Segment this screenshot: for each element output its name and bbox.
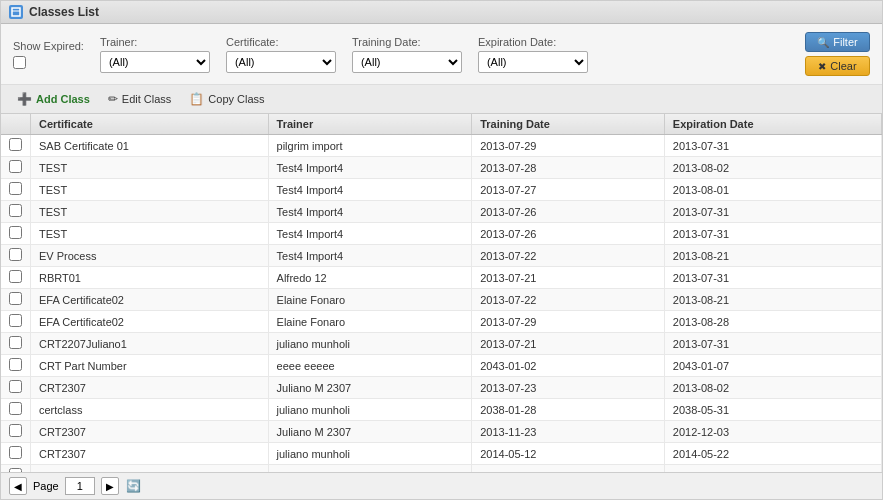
row-checkbox[interactable] — [9, 402, 22, 415]
row-trainer: Test4 Import4 — [268, 157, 472, 179]
row-checkbox[interactable] — [9, 358, 22, 371]
row-trainer: juliano munholi — [268, 443, 472, 465]
row-checkbox[interactable] — [9, 182, 22, 195]
table-row[interactable]: CRT Part Number eeee eeeee 2043-01-02 20… — [1, 355, 882, 377]
row-checkbox-cell — [1, 421, 31, 443]
row-trainer: Alfredo 12 — [268, 267, 472, 289]
clear-button[interactable]: ✖ Clear — [805, 56, 870, 76]
row-trainer: Test4 Import4 — [268, 201, 472, 223]
window-title: Classes List — [29, 5, 99, 19]
row-checkbox[interactable] — [9, 248, 22, 261]
row-trainer: Elaine Fonaro — [268, 289, 472, 311]
row-checkbox[interactable] — [9, 292, 22, 305]
training-date-filter-group: Training Date: (All) — [352, 36, 462, 73]
table-row[interactable]: EV Process Test4 Import4 2013-07-22 2013… — [1, 245, 882, 267]
header-certificate: Certificate — [31, 114, 269, 135]
row-trainer: Test4 Import4 — [268, 179, 472, 201]
table-row[interactable]: CRT Complete 1 Elaine Fonaro 2013-07-25 … — [1, 465, 882, 473]
row-certificate: CRT2207Juliano1 — [31, 333, 269, 355]
trainer-filter-group: Trainer: (All) — [100, 36, 210, 73]
table-row[interactable]: EFA Certificate02 Elaine Fonaro 2013-07-… — [1, 311, 882, 333]
row-expiration-date: 2043-01-07 — [664, 355, 881, 377]
row-checkbox[interactable] — [9, 314, 22, 327]
training-date-select[interactable]: (All) — [352, 51, 462, 73]
show-expired-checkbox-wrap — [13, 56, 26, 69]
table-row[interactable]: CRT2307 juliano munholi 2014-05-12 2014-… — [1, 443, 882, 465]
row-certificate: EFA Certificate02 — [31, 311, 269, 333]
row-training-date: 2013-07-23 — [472, 377, 665, 399]
header-expiration-date: Expiration Date — [664, 114, 881, 135]
table-row[interactable]: SAB Certificate 01 pilgrim import 2013-0… — [1, 135, 882, 157]
row-expiration-date: 2013-08-21 — [664, 245, 881, 267]
expiration-date-select[interactable]: (All) — [478, 51, 588, 73]
add-class-button[interactable]: ➕ Add Class — [9, 89, 98, 109]
row-certificate: CRT2307 — [31, 377, 269, 399]
expiration-date-label: Expiration Date: — [478, 36, 588, 48]
row-expiration-date: 2012-12-03 — [664, 421, 881, 443]
header-trainer: Trainer — [268, 114, 472, 135]
row-checkbox[interactable] — [9, 160, 22, 173]
row-training-date: 2043-01-02 — [472, 355, 665, 377]
row-checkbox[interactable] — [9, 424, 22, 437]
refresh-button[interactable]: 🔄 — [125, 477, 143, 495]
row-checkbox-cell — [1, 245, 31, 267]
table-row[interactable]: EFA Certificate02 Elaine Fonaro 2013-07-… — [1, 289, 882, 311]
next-page-button[interactable]: ▶ — [101, 477, 119, 495]
prev-page-button[interactable]: ◀ — [9, 477, 27, 495]
filter-button[interactable]: 🔍 Filter — [805, 32, 870, 52]
row-certificate: TEST — [31, 201, 269, 223]
page-input[interactable] — [65, 477, 95, 495]
trainer-select[interactable]: (All) — [100, 51, 210, 73]
row-trainer: Test4 Import4 — [268, 245, 472, 267]
show-expired-label: Show Expired: — [13, 40, 84, 52]
row-checkbox[interactable] — [9, 204, 22, 217]
row-training-date: 2013-07-26 — [472, 223, 665, 245]
row-certificate: TEST — [31, 223, 269, 245]
row-checkbox-cell — [1, 289, 31, 311]
header-training-date: Training Date — [472, 114, 665, 135]
show-expired-checkbox[interactable] — [13, 56, 26, 69]
table-row[interactable]: TEST Test4 Import4 2013-07-26 2013-07-31 — [1, 223, 882, 245]
svg-rect-0 — [12, 8, 20, 16]
table-row[interactable]: certclass juliano munholi 2038-01-28 203… — [1, 399, 882, 421]
row-checkbox-cell — [1, 333, 31, 355]
row-checkbox[interactable] — [9, 270, 22, 283]
row-checkbox-cell — [1, 311, 31, 333]
row-checkbox-cell — [1, 443, 31, 465]
scroll-area[interactable]: Certificate Trainer Training Date Expira… — [1, 114, 882, 472]
row-checkbox-cell — [1, 135, 31, 157]
row-training-date: 2038-01-28 — [472, 399, 665, 421]
row-checkbox[interactable] — [9, 380, 22, 393]
copy-icon: 📋 — [189, 92, 204, 106]
row-training-date: 2013-07-21 — [472, 333, 665, 355]
row-certificate: CRT Complete 1 — [31, 465, 269, 473]
training-date-label: Training Date: — [352, 36, 462, 48]
table-row[interactable]: TEST Test4 Import4 2013-07-26 2013-07-31 — [1, 201, 882, 223]
row-checkbox[interactable] — [9, 446, 22, 459]
table-row[interactable]: TEST Test4 Import4 2013-07-27 2013-08-01 — [1, 179, 882, 201]
table-row[interactable]: RBRT01 Alfredo 12 2013-07-21 2013-07-31 — [1, 267, 882, 289]
row-checkbox-cell — [1, 377, 31, 399]
row-training-date: 2013-11-23 — [472, 421, 665, 443]
classes-table: Certificate Trainer Training Date Expira… — [1, 114, 882, 472]
filter-buttons: 🔍 Filter ✖ Clear — [805, 32, 870, 76]
table-row[interactable]: CRT2207Juliano1 juliano munholi 2013-07-… — [1, 333, 882, 355]
row-expiration-date: 2163-02-21 — [664, 465, 881, 473]
certificate-label: Certificate: — [226, 36, 336, 48]
row-checkbox[interactable] — [9, 468, 22, 472]
table-row[interactable]: TEST Test4 Import4 2013-07-28 2013-08-02 — [1, 157, 882, 179]
row-checkbox[interactable] — [9, 336, 22, 349]
table-row[interactable]: CRT2307 Juliano M 2307 2013-07-23 2013-0… — [1, 377, 882, 399]
row-expiration-date: 2013-07-31 — [664, 135, 881, 157]
row-training-date: 2013-07-29 — [472, 311, 665, 333]
row-trainer: Juliano M 2307 — [268, 377, 472, 399]
row-checkbox[interactable] — [9, 138, 22, 151]
row-certificate: EFA Certificate02 — [31, 289, 269, 311]
certificate-select[interactable]: (All) — [226, 51, 336, 73]
row-checkbox[interactable] — [9, 226, 22, 239]
row-training-date: 2013-07-26 — [472, 201, 665, 223]
table-row[interactable]: CRT2307 Juliano M 2307 2013-11-23 2012-1… — [1, 421, 882, 443]
edit-class-button[interactable]: ✏ Edit Class — [100, 89, 180, 109]
expiration-date-filter-group: Expiration Date: (All) — [478, 36, 588, 73]
copy-class-button[interactable]: 📋 Copy Class — [181, 89, 272, 109]
